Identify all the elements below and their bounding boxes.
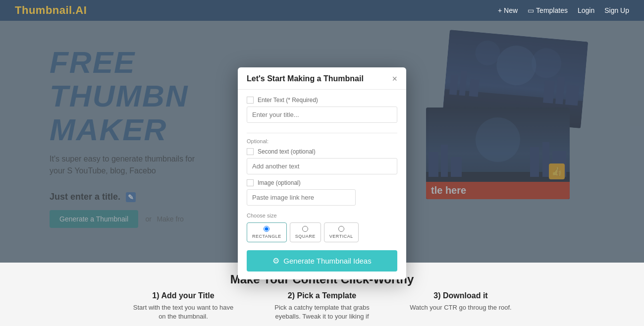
image-checkbox[interactable] xyxy=(247,179,254,186)
size-rectangle[interactable]: RECTANGLE xyxy=(247,222,287,242)
size-rectangle-radio[interactable] xyxy=(264,226,269,232)
generate-main-button[interactable]: ⚙ Generate Thumbnail Ideas xyxy=(247,250,397,272)
image-label-row: Image (optional) xyxy=(247,179,397,186)
text-checkbox[interactable] xyxy=(247,97,254,104)
logo-accent: AI xyxy=(75,4,87,16)
modal-body: Enter Text (* Required) Optional: Second… xyxy=(238,90,406,279)
image-label: Image (optional) xyxy=(258,179,301,186)
size-square[interactable]: SQUARE xyxy=(290,222,321,242)
size-vertical-label: VERTICAL xyxy=(329,234,353,239)
templates-button[interactable]: ▭ Templates xyxy=(528,6,568,14)
generate-main-label: Generate Thumbnail Ideas xyxy=(283,257,371,265)
modal: Let's Start Making a Thumbnail × Enter T… xyxy=(238,67,406,279)
second-text-input[interactable] xyxy=(247,158,397,174)
header: Thumbnail.AI + New ▭ Templates Login Sig… xyxy=(0,0,644,21)
size-square-radio[interactable] xyxy=(302,226,308,232)
template-icon: ▭ xyxy=(528,6,534,14)
second-text-label: Second text (optional) xyxy=(258,148,316,155)
title-input[interactable] xyxy=(247,107,397,123)
image-input[interactable] xyxy=(247,189,356,206)
optional-label: Optional: xyxy=(247,138,397,144)
size-vertical-radio[interactable] xyxy=(338,226,344,232)
generate-icon: ⚙ xyxy=(272,256,279,266)
modal-backdrop: Let's Start Making a Thumbnail × Enter T… xyxy=(0,21,644,326)
text-label-row: Enter Text (* Required) xyxy=(247,97,397,104)
logo[interactable]: Thumbnail.AI xyxy=(15,4,87,17)
second-text-checkbox[interactable] xyxy=(247,148,254,155)
main-content: FREE THUMBN MAKER It's super easy to gen… xyxy=(0,21,644,326)
divider xyxy=(247,133,397,133)
size-rectangle-label: RECTANGLE xyxy=(252,234,281,239)
signup-link[interactable]: Sign Up xyxy=(604,6,629,14)
second-text-label-row: Second text (optional) xyxy=(247,148,397,155)
size-vertical[interactable]: VERTICAL xyxy=(324,222,359,242)
modal-close-button[interactable]: × xyxy=(392,74,397,83)
login-link[interactable]: Login xyxy=(578,6,594,14)
new-button[interactable]: + New xyxy=(498,6,518,14)
modal-title: Let's Start Making a Thumbnail xyxy=(247,74,364,83)
size-options: RECTANGLE SQUARE VERTICAL xyxy=(247,222,397,242)
nav: + New ▭ Templates Login Sign Up xyxy=(498,6,629,14)
size-label: Choose size xyxy=(247,213,397,218)
text-label: Enter Text (* Required) xyxy=(258,97,318,104)
size-square-label: SQUARE xyxy=(295,234,316,239)
logo-main: Thumbnail. xyxy=(15,4,75,16)
modal-header: Let's Start Making a Thumbnail × xyxy=(238,67,406,90)
